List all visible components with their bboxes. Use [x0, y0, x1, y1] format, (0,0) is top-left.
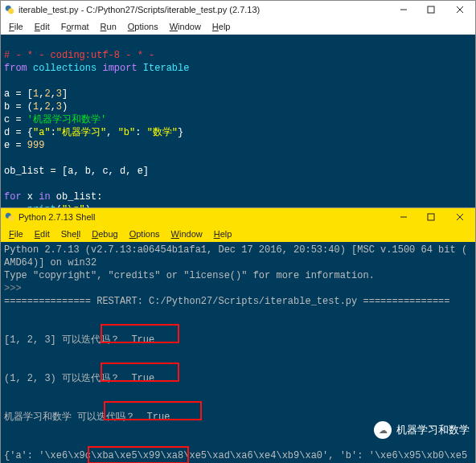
- svg-point-7: [8, 215, 14, 221]
- menu-window[interactable]: Window: [166, 229, 207, 239]
- close-button[interactable]: [445, 1, 475, 18]
- minimize-button[interactable]: [390, 208, 417, 226]
- svg-point-1: [8, 8, 14, 14]
- menu-help[interactable]: Help: [209, 229, 237, 239]
- highlight-box: [104, 401, 202, 420]
- menu-options[interactable]: Options: [123, 22, 163, 31]
- menu-file[interactable]: File: [4, 229, 28, 239]
- maximize-button[interactable]: [417, 208, 445, 226]
- menu-window[interactable]: Window: [165, 22, 206, 31]
- menu-debug[interactable]: Debug: [87, 229, 122, 239]
- kw-in: in: [39, 191, 50, 203]
- python-icon: [4, 4, 15, 15]
- watermark-text: 机器学习和数学: [396, 423, 470, 437]
- kw-import: import: [102, 63, 137, 74]
- svg-rect-9: [428, 214, 434, 220]
- editor-menubar: File Edit Format Run Options Window Help: [1, 18, 475, 35]
- svg-rect-3: [428, 6, 434, 13]
- kw-from: from: [4, 63, 27, 74]
- shell-prompt: >>>: [4, 282, 472, 295]
- shell-title-text: Python 2.7.13 Shell: [18, 212, 95, 222]
- highlight-box: [88, 446, 189, 463]
- watermark: ☁ 机器学习和数学: [374, 421, 470, 439]
- wechat-icon: ☁: [374, 421, 392, 439]
- shell-titlebar[interactable]: Python 2.7.13 Shell: [1, 208, 475, 226]
- editor-window: iterable_test.py - C:/Python27/Scripts/i…: [0, 0, 476, 209]
- menu-run[interactable]: Run: [96, 22, 121, 31]
- menu-edit[interactable]: Edit: [30, 229, 55, 239]
- menu-file[interactable]: File: [4, 22, 28, 31]
- menu-shell[interactable]: Shell: [56, 229, 85, 239]
- kw-for: for: [4, 191, 22, 203]
- shell-menubar: File Edit Shell Debug Options Window Hel…: [1, 226, 475, 242]
- menu-format[interactable]: Format: [56, 22, 94, 31]
- python-icon: [4, 211, 15, 223]
- highlight-box: [101, 324, 179, 343]
- editor-titlebar[interactable]: iterable_test.py - C:/Python27/Scripts/i…: [1, 1, 475, 18]
- menu-edit[interactable]: Edit: [30, 22, 55, 31]
- minimize-button[interactable]: [390, 1, 417, 18]
- editor-title-text: iterable_test.py - C:/Python27/Scripts/i…: [18, 5, 260, 14]
- close-button[interactable]: [445, 208, 475, 226]
- shell-banner: Python 2.7.13 (v2.7.13:a06454b1afa1, Dec…: [4, 244, 472, 256]
- restart-banner: =============== RESTART: C:/Python27/Scr…: [4, 295, 472, 308]
- code-comment: # - * - coding:utf-8 - * -: [4, 50, 154, 61]
- highlight-box: [101, 363, 179, 382]
- menu-help[interactable]: Help: [207, 22, 236, 31]
- maximize-button[interactable]: [417, 1, 445, 18]
- menu-options[interactable]: Options: [125, 229, 165, 239]
